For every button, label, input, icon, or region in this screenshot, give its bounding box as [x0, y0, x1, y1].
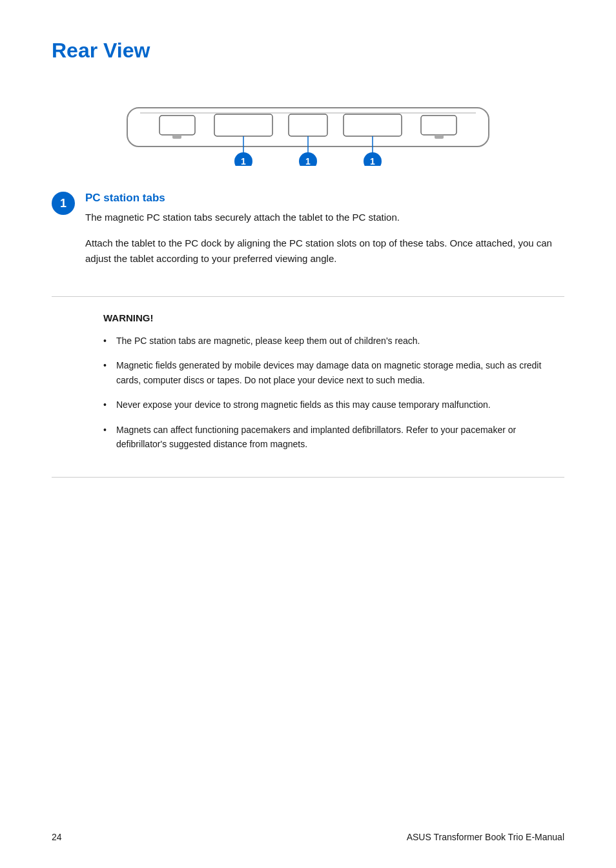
- warning-list: The PC station tabs are magnetic, please…: [103, 334, 549, 451]
- footer-title: ASUS Transformer Book Trio E-Manual: [407, 832, 564, 842]
- warning-box: WARNING! The PC station tabs are magneti…: [52, 296, 564, 478]
- svg-rect-8: [435, 135, 444, 139]
- warning-title: WARNING!: [103, 312, 549, 323]
- page-number: 24: [52, 832, 62, 842]
- page-container: Rear View: [0, 0, 616, 868]
- svg-rect-2: [159, 116, 195, 135]
- page-title: Rear View: [52, 39, 564, 63]
- page-footer: 24 ASUS Transformer Book Trio E-Manual: [52, 832, 564, 842]
- svg-text:1: 1: [305, 156, 311, 166]
- rear-view-diagram: 1 1 1: [121, 88, 495, 166]
- svg-rect-6: [344, 114, 402, 136]
- svg-text:1: 1: [370, 156, 375, 166]
- svg-rect-7: [421, 116, 457, 135]
- svg-text:1: 1: [241, 156, 246, 166]
- svg-rect-4: [214, 114, 272, 136]
- diagram-section: 1 1 1: [52, 88, 564, 166]
- section-paragraph-2: Attach the tablet to the PC dock by alig…: [85, 236, 564, 267]
- section-title: PC station tabs: [85, 192, 564, 205]
- svg-rect-5: [289, 114, 327, 136]
- warning-list-item: The PC station tabs are magnetic, please…: [103, 334, 549, 348]
- warning-list-item: Magnets can affect functioning pacemaker…: [103, 423, 549, 452]
- warning-list-item: Never expose your device to strong magne…: [103, 398, 549, 412]
- pc-station-section: 1 PC station tabs The magnetic PC statio…: [52, 192, 564, 277]
- warning-list-item: Magnetic fields generated by mobile devi…: [103, 358, 549, 387]
- svg-rect-3: [172, 135, 181, 139]
- section-content: PC station tabs The magnetic PC station …: [85, 192, 564, 277]
- section-paragraph-1: The magnetic PC station tabs securely at…: [85, 210, 564, 225]
- section-badge: 1: [52, 192, 75, 215]
